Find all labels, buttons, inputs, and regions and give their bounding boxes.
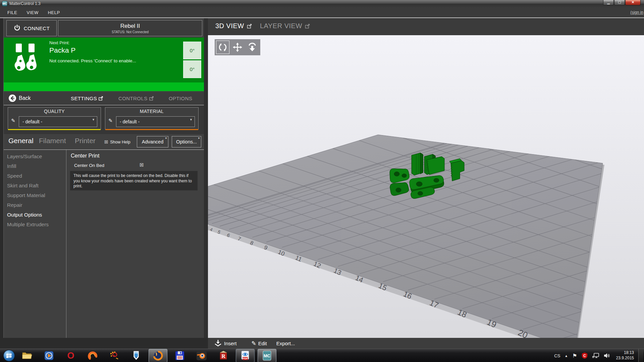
settings-section-infill[interactable]: Infill bbox=[7, 163, 65, 169]
tab-3d-view[interactable]: 3D VIEW bbox=[215, 22, 252, 30]
material-dropdown[interactable]: - default - ▼ bbox=[116, 116, 195, 127]
tab-layer-view[interactable]: LAYER VIEW bbox=[260, 22, 310, 30]
tab-general[interactable]: General bbox=[8, 137, 34, 145]
speaker-icon[interactable] bbox=[604, 353, 610, 359]
taskbar-firefox-icon[interactable] bbox=[149, 349, 167, 362]
connection-message: Not connected. Press 'Connect' to enable… bbox=[49, 58, 136, 63]
title-bar[interactable]: MC MatterControl 1.3 ▁ ▢ ✕ bbox=[0, 0, 644, 8]
move-tool-button[interactable] bbox=[230, 40, 245, 55]
taskbar-mattercontrol-icon[interactable]: MC bbox=[258, 349, 276, 362]
taskbar-media-player-icon[interactable] bbox=[40, 349, 58, 362]
app-window: MC MatterControl 1.3 ▁ ▢ ✕ FILE VIEW HEL… bbox=[0, 0, 644, 362]
taskbar-pdf-viewer-icon[interactable]: PDF bbox=[236, 349, 255, 362]
export-button[interactable]: Export... bbox=[276, 341, 295, 346]
antivirus-shield-icon[interactable]: C bbox=[582, 352, 588, 359]
taskbar-badge-app-icon[interactable] bbox=[127, 349, 146, 362]
taskbar-explorer-icon[interactable] bbox=[18, 349, 37, 362]
tab-filament[interactable]: Filament bbox=[39, 137, 66, 145]
windows-logo-icon bbox=[6, 354, 12, 358]
tray-expand-icon[interactable]: ▲ bbox=[565, 354, 568, 358]
external-link-icon bbox=[99, 96, 103, 101]
tab-options[interactable]: OPTIONS bbox=[169, 96, 192, 101]
edit-quality-icon[interactable]: ✎ bbox=[11, 118, 15, 124]
menu-view[interactable]: VIEW bbox=[24, 9, 40, 16]
show-desktop-button[interactable] bbox=[638, 349, 643, 362]
external-link-icon bbox=[149, 96, 154, 101]
checkbox-checked-icon: ☒ bbox=[104, 139, 108, 144]
center-on-bed-checkbox[interactable]: ☒ bbox=[140, 162, 144, 168]
settings-section-skirt-and-raft[interactable]: Skirt and Raft bbox=[7, 183, 65, 189]
quality-preset-box: QUALITY ✎ - default - ▼ bbox=[8, 107, 101, 129]
action-center-flag-icon[interactable]: ⚑ bbox=[572, 353, 577, 359]
next-print-label: Next Print: bbox=[49, 40, 70, 45]
settings-section-support-material[interactable]: Support Material bbox=[7, 192, 65, 198]
back-arrow-icon bbox=[8, 94, 16, 102]
menu-help[interactable]: HELP bbox=[46, 9, 62, 16]
preset-row: QUALITY ✎ - default - ▼ MATERIAL ✎ - def… bbox=[4, 105, 204, 134]
quality-dropdown[interactable]: - default - ▼ bbox=[19, 116, 97, 127]
extruder-temp-button[interactable]: 0° bbox=[183, 42, 201, 59]
svg-text:PDF: PDF bbox=[243, 357, 248, 360]
chevron-down-icon: ▼ bbox=[190, 118, 193, 121]
window-title: MatterControl 1.3 bbox=[9, 1, 41, 6]
setting-label: Center On Bed bbox=[74, 163, 104, 168]
rotate-tool-button[interactable] bbox=[215, 40, 230, 55]
taskbar-floppy-app-icon[interactable] bbox=[170, 349, 189, 362]
material-label: MATERIAL bbox=[105, 109, 198, 114]
taskbar-chameleon-app-icon[interactable] bbox=[105, 349, 124, 362]
svg-text:C: C bbox=[583, 354, 586, 358]
panel-splitter[interactable] bbox=[204, 18, 208, 338]
edit-material-icon[interactable]: ✎ bbox=[108, 118, 113, 124]
divider bbox=[66, 150, 66, 338]
minimize-button[interactable]: ▁ bbox=[603, 0, 614, 5]
connect-label: CONNECT bbox=[24, 25, 50, 31]
next-print-name[interactable]: Packa P bbox=[49, 46, 75, 54]
settings-section-speed[interactable]: Speed bbox=[7, 173, 65, 179]
taskbar-blender-icon[interactable] bbox=[192, 349, 211, 362]
back-label: Back bbox=[19, 95, 31, 101]
options-button[interactable]: Options... ▼ bbox=[172, 136, 201, 147]
show-help-checkbox[interactable]: ☒ Show Help bbox=[104, 139, 130, 144]
scale-tool-button[interactable] bbox=[245, 40, 260, 55]
advanced-button[interactable]: Advanced ▼ bbox=[137, 136, 168, 147]
language-indicator[interactable]: CS bbox=[554, 353, 560, 358]
quality-accent bbox=[8, 129, 101, 130]
tab-settings[interactable]: SETTINGS bbox=[71, 96, 103, 101]
external-link-icon bbox=[247, 24, 252, 28]
taskbar-orange-swirl-app-icon[interactable] bbox=[83, 349, 102, 362]
part-thumbnail[interactable] bbox=[10, 42, 41, 78]
printer-selector[interactable]: Rebel II STATUS: Not Connected bbox=[58, 20, 202, 36]
close-button[interactable]: ✕ bbox=[625, 0, 641, 5]
maximize-button[interactable]: ▢ bbox=[614, 0, 625, 5]
tab-printer[interactable]: Printer bbox=[75, 137, 96, 145]
sign-in-link[interactable]: (sign in bbox=[630, 10, 643, 15]
connect-button[interactable]: CONNECT bbox=[6, 20, 57, 36]
material-preset-box: MATERIAL ✎ - default - ▼ bbox=[105, 107, 199, 129]
taskbar-repetier-icon[interactable]: R bbox=[214, 349, 233, 362]
network-icon[interactable] bbox=[592, 353, 599, 359]
insert-button[interactable]: Insert bbox=[214, 340, 237, 347]
insert-icon bbox=[214, 340, 222, 347]
setting-group-title: Center Print bbox=[71, 153, 99, 159]
app-icon: MC bbox=[2, 1, 7, 6]
printer-name: Rebel II bbox=[120, 23, 140, 29]
start-button[interactable] bbox=[3, 350, 15, 361]
power-icon bbox=[13, 24, 21, 32]
back-button[interactable]: Back bbox=[8, 94, 31, 102]
pencil-icon: ✎ bbox=[252, 340, 256, 347]
settings-section-repair[interactable]: Repair bbox=[7, 202, 65, 208]
taskbar-opera-icon[interactable]: O bbox=[61, 349, 80, 362]
viewport-toolbar bbox=[215, 39, 260, 55]
3d-viewport[interactable]: 4567891011121314151617181920 bbox=[208, 35, 644, 338]
tab-controls[interactable]: CONTROLS bbox=[118, 96, 154, 101]
settings-section-layers-surface[interactable]: Layers/Surface bbox=[7, 154, 65, 160]
bed-temp-button[interactable]: 0° bbox=[183, 60, 201, 78]
settings-section-output-options[interactable]: Output Options bbox=[7, 212, 65, 218]
clock[interactable]: 18:13 23.9.2015 bbox=[616, 350, 634, 361]
menu-file[interactable]: FILE bbox=[5, 9, 19, 16]
settings-section-multiple-extruders[interactable]: Multiple Extruders bbox=[7, 222, 65, 228]
external-link-icon bbox=[305, 24, 310, 28]
print-progress-bar bbox=[4, 82, 204, 91]
viewport-action-bar: Insert ✎ Edit Export... bbox=[208, 338, 644, 349]
edit-button[interactable]: ✎ Edit bbox=[252, 340, 267, 347]
